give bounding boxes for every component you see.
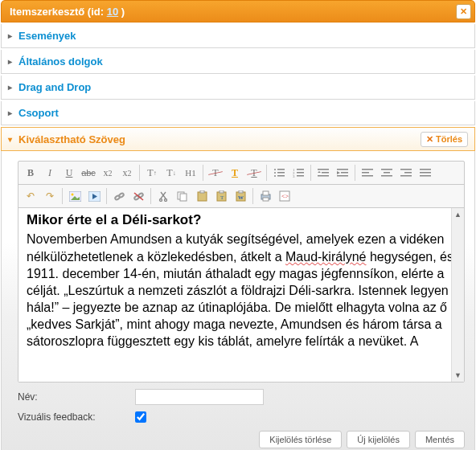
section-label: Drag and Drop [18,81,91,93]
align-center-icon[interactable] [378,164,396,182]
svg-rect-51 [220,190,224,193]
svg-rect-27 [404,172,412,174]
section-selectable-text[interactable]: ▾ Kiválasztható Szöveg ✕ Törlés [1,127,475,151]
copy-icon[interactable] [174,187,191,205]
media-icon[interactable] [85,187,103,205]
scroll-track[interactable] [452,221,464,369]
section-group[interactable]: ▸ Csoport [1,101,475,125]
delete-button[interactable]: ✕ Törlés [421,132,468,147]
ordered-list-icon[interactable]: 123 [289,164,307,182]
unlink-icon[interactable] [129,187,147,205]
svg-rect-21 [362,172,369,174]
content-heading: Mikor érte el a Déli-sarkot? [27,211,456,229]
scroll-up-icon[interactable]: ▲ [452,208,464,221]
remove-format-icon[interactable]: T [207,164,224,182]
paste-text-icon[interactable]: T [212,187,230,205]
svg-text:3: 3 [293,174,295,178]
clear-color-icon[interactable]: T [245,164,263,182]
strikethrough-icon[interactable]: abc [80,164,97,182]
section-events[interactable]: ▸ Események [1,24,475,48]
svg-rect-57 [263,191,269,195]
new-selection-button[interactable]: Új kijelölés [347,431,410,448]
separator [150,188,151,204]
svg-rect-7 [297,169,304,170]
name-input[interactable] [135,389,264,405]
svg-point-4 [274,175,276,177]
section-label: Események [18,30,76,42]
svg-rect-26 [400,169,412,170]
svg-rect-20 [362,169,373,170]
svg-rect-22 [362,175,373,177]
svg-rect-54 [239,190,243,193]
separator [310,165,311,181]
editor-text-area[interactable]: Mikor érte el a Déli-sarkot? Novemberben… [18,208,464,382]
clear-selection-button[interactable]: Kijelölés törlése [259,431,342,448]
svg-point-33 [71,193,73,195]
svg-marker-13 [318,171,321,173]
svg-rect-28 [400,175,412,177]
svg-rect-58 [263,198,269,201]
superscript-icon[interactable]: x2 [118,164,136,182]
svg-rect-29 [420,169,431,170]
scroll-down-icon[interactable]: ▼ [452,369,464,382]
content-body: Novemberben Amundsen a kutyák segítségév… [27,231,456,350]
dialog-id-link[interactable]: 10 [107,6,118,18]
print-icon[interactable] [256,187,274,205]
paste-word-icon[interactable]: W [232,187,249,205]
rich-text-editor: B I U abc x2 x2 T↑ T↓ H1 T T T 123 [18,161,465,382]
font-size-down-icon[interactable]: T↓ [162,164,180,182]
dialog-header: Itemszerkesztő (id: 10 ) ✕ [1,0,475,22]
svg-rect-5 [277,175,285,177]
outdent-icon[interactable] [314,164,332,182]
unordered-list-icon[interactable] [270,164,288,182]
align-right-icon[interactable] [397,164,415,182]
save-button[interactable]: Mentés [415,431,465,448]
chevron-right-icon: ▸ [8,83,12,92]
close-icon[interactable]: ✕ [456,4,471,19]
svg-marker-17 [337,171,340,174]
section-general[interactable]: ▸ Általános dolgok [1,50,475,74]
scrollbar[interactable]: ▲ ▼ [451,208,464,382]
bold-icon[interactable]: B [22,164,39,182]
align-justify-icon[interactable] [416,164,434,182]
italic-icon[interactable]: I [41,164,59,182]
heading1-icon[interactable]: H1 [182,164,199,182]
svg-rect-1 [277,169,285,170]
source-icon[interactable]: <> [276,187,293,205]
svg-rect-14 [322,172,329,174]
section-drag-and-drop[interactable]: ▸ Drag and Drop [1,76,475,100]
section-label: Csoport [18,107,59,119]
svg-rect-19 [337,175,348,177]
chevron-down-icon: ▾ [8,135,12,144]
font-size-up-icon[interactable]: T↑ [143,164,161,182]
indent-icon[interactable] [334,164,351,182]
dialog-title: Itemszerkesztő (id: 10 ) [10,6,125,18]
align-left-icon[interactable] [359,164,376,182]
separator [139,165,140,181]
separator [252,188,253,204]
underline-icon[interactable]: U [60,164,78,182]
link-icon[interactable] [110,187,128,205]
svg-point-44 [159,198,162,201]
section-label: Kiválasztható Szöveg [18,133,125,145]
button-bar: Kijelölés törlése Új kijelölés Mentés [18,431,465,448]
text-color-icon[interactable]: T [226,164,244,182]
visual-feedback-row: Vizuális feedback: [18,411,465,423]
svg-rect-16 [337,169,348,170]
separator [355,165,355,181]
svg-point-38 [118,192,124,198]
undo-icon[interactable]: ↶ [22,187,39,205]
visual-feedback-checkbox[interactable] [135,411,146,423]
chevron-right-icon: ▸ [8,108,12,117]
separator [106,188,107,204]
paste-icon[interactable] [193,187,211,205]
image-icon[interactable] [66,187,84,205]
svg-rect-25 [381,175,392,177]
subscript-icon[interactable]: x2 [99,164,117,182]
redo-icon[interactable]: ↷ [41,187,59,205]
svg-rect-31 [420,175,431,177]
name-label: Név: [18,391,130,403]
section-content: B I U abc x2 x2 T↑ T↓ H1 T T T 123 [1,151,475,450]
cut-icon[interactable] [154,187,172,205]
svg-rect-30 [420,172,431,174]
